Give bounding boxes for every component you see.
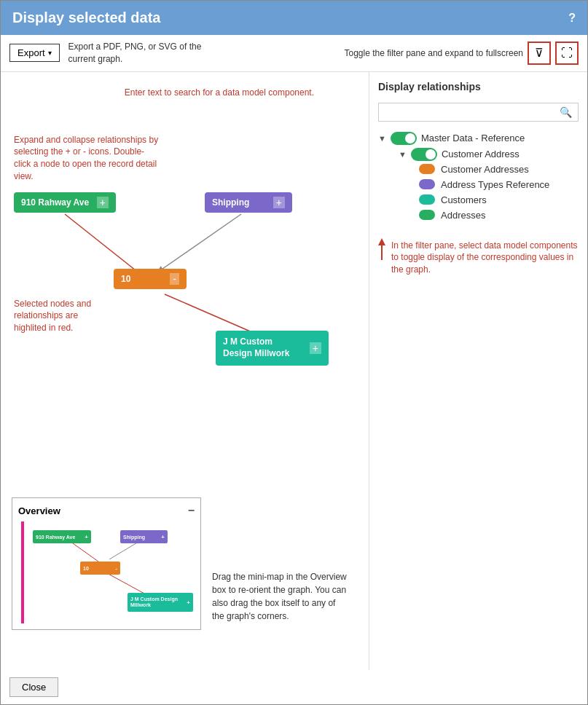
dialog: Display selected data ? Export ▾ Export … <box>0 0 588 705</box>
rel-group-header[interactable]: ▼ Master Data - Reference <box>378 132 579 145</box>
search-icon: 🔍 <box>560 106 572 118</box>
toggle-description: Toggle the filter pane and expand to ful… <box>344 48 523 58</box>
rel-subgroup-customer-address: ▼ Customer Address Customer Addresses <box>399 148 579 221</box>
node-label: 910 Rahway Ave <box>21 197 89 208</box>
relationships-section: ▼ Master Data - Reference ▼ <box>378 132 579 225</box>
main-content: Enter text to search for a data model co… <box>1 72 587 670</box>
dot-addresses <box>419 210 435 220</box>
toolbar-right: Toggle the filter pane and expand to ful… <box>344 42 579 65</box>
svg-line-5 <box>106 572 146 594</box>
rel-subgroup-header[interactable]: ▼ Customer Address <box>399 148 579 161</box>
filter-annotation: In the filter pane, select data model co… <box>378 237 579 276</box>
mini-node-rahway: 910 Rahway Ave + <box>33 530 91 543</box>
filter-annotation-area: In the filter pane, select data model co… <box>378 237 579 276</box>
rel-items: Customer Addresses Address Types Referen… <box>399 164 579 221</box>
rel-item-label: Customer Addresses <box>441 164 529 175</box>
expand-icon: ⛶ <box>561 47 573 60</box>
mini-node-jm: J M Custom Design Millwork + <box>128 593 193 612</box>
search-hint: Enter text to search for a data model co… <box>59 87 314 99</box>
dot-customer-addresses <box>419 164 435 174</box>
expand-hint: Expand and collapse relationships by sel… <box>14 134 160 183</box>
dot-customers <box>419 194 435 205</box>
rel-item-label: Customers <box>441 194 487 205</box>
rel-item-customers: Customers <box>419 194 579 205</box>
dialog-title: Display selected data <box>12 9 160 26</box>
node-expand-button[interactable]: + <box>97 197 109 208</box>
node-10[interactable]: 10 - <box>114 269 187 289</box>
node-jm-custom[interactable]: J M Custom Design Millwork + <box>216 331 329 366</box>
node-expand-button[interactable]: + <box>273 197 285 208</box>
svg-line-1 <box>157 214 241 272</box>
overview-title: Overview − <box>18 504 195 517</box>
chevron-down-icon: ▼ <box>378 134 386 143</box>
dot-address-types <box>419 179 435 189</box>
rel-item-addresses: Addresses <box>419 210 579 221</box>
overview-content[interactable]: 910 Rahway Ave + Shipping + 10 - J M Cus… <box>18 521 195 623</box>
rel-group-master-data: ▼ Master Data - Reference ▼ <box>378 132 579 221</box>
node-expand-button[interactable]: + <box>310 342 321 354</box>
filter-toggle-button[interactable]: ⊽ <box>528 42 551 65</box>
search-box[interactable]: 🔍 <box>378 103 579 122</box>
search-input[interactable] <box>385 106 560 117</box>
filter-icon: ⊽ <box>535 46 544 60</box>
toggle-knob <box>426 149 436 159</box>
panel-title: Display relationships <box>378 81 579 92</box>
overview-collapse-button[interactable]: − <box>188 504 195 517</box>
chevron-down-icon: ▾ <box>48 49 52 57</box>
rel-group-children: ▼ Customer Address Customer Addresses <box>378 148 579 221</box>
graph-area: Enter text to search for a data model co… <box>1 72 369 670</box>
annotation-arrow <box>378 237 385 260</box>
node-collapse-button[interactable]: - <box>170 273 179 285</box>
close-button-area: Close <box>1 670 587 704</box>
dialog-header: Display selected data ? <box>1 1 587 35</box>
node-label: 10 <box>121 274 130 284</box>
rel-item-address-types: Address Types Reference <box>419 179 579 190</box>
right-panel: Display relationships 🔍 ▼ Master Data - … <box>369 72 587 670</box>
toolbar: Export ▾ Export a PDF, PNG, or SVG of th… <box>1 35 587 72</box>
node-shipping[interactable]: Shipping + <box>205 192 292 213</box>
mini-node-10: 10 - <box>80 562 120 575</box>
overview-highlight <box>21 521 24 623</box>
rel-item-customer-addresses: Customer Addresses <box>419 164 579 175</box>
selection-hint: Selected nodes and relationships are hig… <box>14 298 109 334</box>
up-arrow-icon <box>378 238 385 245</box>
export-label: Export <box>17 47 45 58</box>
chevron-down-icon: ▼ <box>399 150 407 159</box>
toggle-master-data[interactable] <box>391 132 417 145</box>
rel-subgroup-label: Customer Address <box>442 149 520 159</box>
fullscreen-button[interactable]: ⛶ <box>555 42 579 65</box>
overview-box: Overview − 910 Rahway Ave + <box>12 497 201 630</box>
node-label: J M Custom Design Millwork <box>223 336 304 359</box>
export-button[interactable]: Export ▾ <box>9 44 60 62</box>
node-label: Shipping <box>212 197 249 208</box>
close-button[interactable]: Close <box>9 677 58 697</box>
svg-line-0 <box>65 214 143 276</box>
filter-annotation-text: In the filter pane, select data model co… <box>391 240 579 276</box>
export-description: Export a PDF, PNG, or SVG of the current… <box>68 41 214 66</box>
rel-item-label: Addresses <box>441 210 485 221</box>
rel-group-label: Master Data - Reference <box>421 133 525 143</box>
toggle-customer-address[interactable] <box>411 148 437 161</box>
node-910-rahway[interactable]: 910 Rahway Ave + <box>14 192 116 213</box>
mini-node-shipping: Shipping + <box>120 530 168 543</box>
rel-item-label: Address Types Reference <box>441 179 549 190</box>
toggle-knob <box>405 133 415 143</box>
overview-annotation: Drag the mini-map in the Overview box to… <box>212 570 347 623</box>
help-button[interactable]: ? <box>568 12 576 25</box>
arrow-stem <box>381 245 383 260</box>
